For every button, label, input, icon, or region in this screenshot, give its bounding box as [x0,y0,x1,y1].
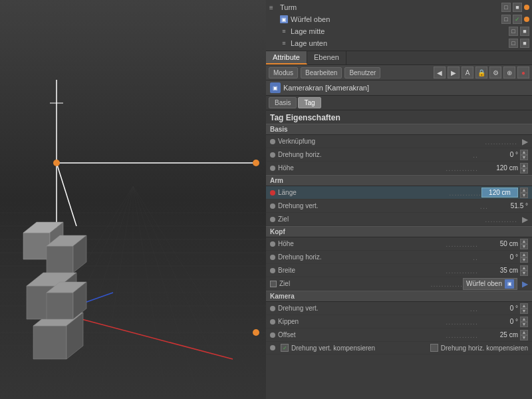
lange-input[interactable] [481,188,518,198]
prop-arrow[interactable]: ▶ [517,215,528,224]
spin-down[interactable]: ▼ [520,309,528,314]
tree-item-checks: □ ■ [509,39,529,48]
spin-up[interactable]: ▲ [520,317,528,322]
prop-drehung-vert-1[interactable]: Drehung vert. ... 51.5 ° [266,200,532,213]
spin-up[interactable]: ▲ [520,303,528,309]
spin-up[interactable]: ▲ [520,163,528,168]
prop-spinner[interactable]: 35 cm ▲ ▼ [478,265,528,276]
prop-spinner[interactable]: 25 cm ▲ ▼ [478,330,528,340]
drehung-vert-checkbox[interactable]: ✓ [281,344,289,352]
sub-tab-basis[interactable]: Basis [269,97,297,108]
prop-arrow[interactable]: ▶ [517,279,528,289]
drehung-horiz-checkbox[interactable] [430,344,438,352]
prop-spinner[interactable]: 0 ° ▲ ▼ [478,252,528,263]
spinner-buttons[interactable]: ▲ ▼ [520,317,528,327]
prop-drehung-vert-2[interactable]: Drehung vert. ... 0 ° ▲ ▼ [266,302,532,315]
prop-dots: ............ [446,164,478,172]
bearbeiten-button[interactable]: Bearbeiten [301,67,342,78]
render-check[interactable]: ✓ [513,15,522,24]
object-icon: ▣ [270,82,281,93]
sub-tab-tag[interactable]: Tag [298,97,321,108]
next-icon[interactable]: ▶ [448,66,460,78]
tree-item-lage-unten[interactable]: ≡ Lage unten □ ■ [266,37,532,49]
spin-down[interactable]: ▼ [520,335,528,340]
prop-spinner[interactable]: ▲ ▼ [481,188,528,198]
spin-up[interactable]: ▲ [520,150,528,155]
section-kamera: Kamera [266,291,532,302]
spinner-buttons[interactable]: ▲ ▼ [520,163,528,174]
prop-spinner[interactable]: 0 ° ▲ ▼ [478,317,528,327]
prop-arrow[interactable]: ▶ [517,137,528,146]
prev-icon[interactable]: ◀ [434,66,446,78]
prop-breite[interactable]: Breite ............ 35 cm ▲ ▼ [266,264,532,277]
prop-ziel-1[interactable]: Ziel ............ ▶ [266,213,532,226]
prop-hohe-2[interactable]: Höhe ............ 50 cm ▲ ▼ [266,237,532,251]
spinner-buttons[interactable]: ▲ ▼ [520,188,528,198]
sub-tabs: Basis Tag [266,96,532,110]
spinner-buttons[interactable]: ▲ ▼ [520,252,528,263]
tree-item-turm[interactable]: ≡ Turm □ ■ [266,1,532,13]
spin-down[interactable]: ▼ [520,322,528,327]
prop-dot [270,281,277,287]
spinner-buttons[interactable]: ▲ ▼ [520,239,528,249]
prop-spinner[interactable]: 120 cm ▲ ▼ [478,163,528,174]
prop-dots: ............ [449,189,481,197]
animate-icon[interactable]: A [462,66,473,78]
add-icon[interactable]: ⊕ [503,66,515,78]
prop-lange[interactable]: Länge ............ ▲ ▼ [266,186,532,200]
spinner-buttons[interactable]: ▲ ▼ [520,303,528,314]
spin-up[interactable]: ▲ [520,252,528,257]
spin-down[interactable]: ▼ [520,155,528,160]
prop-label: Breite [278,267,446,274]
viewport-3d[interactable]: ↖ [0,0,266,399]
tab-ebenen[interactable]: Ebenen [307,51,346,65]
tree-item-wurfel[interactable]: ▣ Würfel oben □ ✓ [266,13,532,25]
prop-offset[interactable]: Offset ............ 25 cm ▲ ▼ [266,329,532,342]
render-check[interactable]: ■ [513,3,522,12]
prop-dot [270,345,275,350]
layer-icon: ≡ [279,27,289,36]
prop-hohe-1[interactable]: Höhe ............ 120 cm ▲ ▼ [266,162,532,175]
settings-icon[interactable]: ⚙ [489,66,501,78]
render-check[interactable]: ■ [520,27,529,36]
spin-down[interactable]: ▼ [520,257,528,263]
prop-label: Offset [278,331,446,338]
spin-down[interactable]: ▼ [520,244,528,249]
record-icon[interactable]: ● [517,66,529,78]
prop-dot [270,319,275,325]
prop-spinner[interactable]: 0 ° ▲ ▼ [478,150,528,160]
benutzer-button[interactable]: Benutzer [344,67,380,78]
spin-up[interactable]: ▲ [520,188,528,193]
spin-up[interactable]: ▲ [520,330,528,335]
spin-up[interactable]: ▲ [520,265,528,271]
prop-ziel-2[interactable]: Ziel ............ Würfel oben ▣ ▶ [266,277,532,291]
visibility-check[interactable]: □ [509,27,518,36]
modus-button[interactable]: Modus [269,67,298,78]
tree-item-lage-mitte[interactable]: ≡ Lage mitte □ ■ [266,25,532,37]
svg-marker-46 [47,246,73,273]
prop-drehung-horiz-2[interactable]: Drehung horiz. .. 0 ° ▲ ▼ [266,251,532,264]
spin-up[interactable]: ▲ [520,239,528,244]
visibility-check[interactable]: □ [501,3,511,12]
spin-down[interactable]: ▼ [520,168,528,174]
tab-attribute[interactable]: Attribute [266,51,307,65]
ziel-dropdown[interactable]: Würfel oben ▣ [463,278,517,290]
visibility-check[interactable]: □ [509,39,518,48]
prop-drehung-horiz-1[interactable]: Drehung horiz. .. 0 ° ▲ ▼ [266,148,532,162]
spinner-buttons[interactable]: ▲ ▼ [520,150,528,160]
prop-dots: ............ [430,280,463,288]
lock-icon[interactable]: 🔒 [475,66,487,78]
prop-label: Kippen [278,318,446,325]
prop-verknupfung[interactable]: Verknüpfung ............ ▶ [266,135,532,148]
prop-spinner[interactable]: 50 cm ▲ ▼ [478,239,528,249]
prop-dot [270,241,275,247]
prop-kippen[interactable]: Kippen ............ 0 ° ▲ ▼ [266,315,532,329]
visibility-check[interactable]: □ [501,15,511,24]
spinner-buttons[interactable]: ▲ ▼ [520,265,528,276]
spin-down[interactable]: ▼ [520,193,528,198]
tree-item-checks: □ ✓ [501,15,529,24]
prop-spinner[interactable]: 0 ° ▲ ▼ [478,303,528,314]
spin-down[interactable]: ▼ [520,271,528,276]
render-check[interactable]: ■ [520,39,529,48]
spinner-buttons[interactable]: ▲ ▼ [520,330,528,340]
